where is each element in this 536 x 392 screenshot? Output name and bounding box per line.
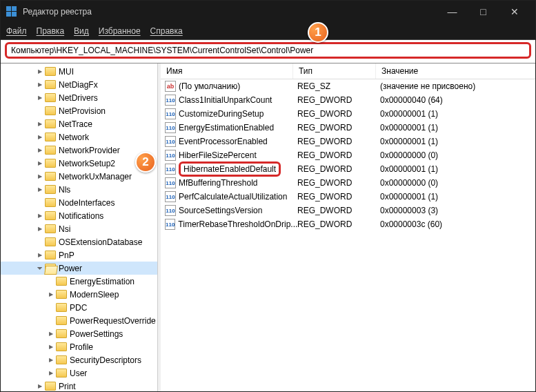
expander-icon[interactable]: ▶ [35, 252, 45, 258]
expander-icon[interactable]: ▶ [35, 147, 45, 153]
expander-icon[interactable]: ▶ [35, 81, 45, 88]
value-name: PerfCalculateActualUtilization [179, 192, 287, 202]
tree-item-nodeinterfaces[interactable]: NodeInterfaces [1, 196, 157, 209]
column-name[interactable]: Имя [161, 63, 293, 79]
tree-item-netprovision[interactable]: NetProvision [1, 104, 157, 117]
folder-icon [56, 329, 67, 338]
tree-item-powerrequestoverride[interactable]: PowerRequestOverride [1, 314, 157, 327]
value-row[interactable]: ab(По умолчанию)REG_SZ(значение не присв… [161, 79, 535, 93]
menu-view[interactable]: Вид [74, 26, 89, 36]
value-data: 0x00000001 (1) [380, 137, 535, 146]
binary-icon: 110 [165, 136, 176, 147]
tree-item-osextensiondatabase[interactable]: OSExtensionDatabase [1, 235, 157, 248]
tree-item-netdrivers[interactable]: ▶NetDrivers [1, 91, 157, 104]
expander-icon[interactable]: ▶ [35, 160, 45, 166]
expander-icon[interactable]: ▶ [46, 291, 56, 297]
maximize-button[interactable]: □ [468, 1, 499, 23]
expander-icon[interactable]: ▶ [35, 383, 45, 389]
value-data: 0x00000000 (0) [380, 178, 535, 188]
menu-file[interactable]: Файл [6, 26, 27, 36]
value-row[interactable]: 110EnergyEstimationEnabledREG_DWORD0x000… [161, 121, 535, 135]
tree-item-netdiagfx[interactable]: ▶NetDiagFx [1, 78, 157, 91]
folder-icon [45, 264, 56, 273]
list-header: Имя Тип Значение [161, 63, 535, 79]
value-type: REG_DWORD [297, 123, 380, 133]
value-name: TimerRebaseThresholdOnDrip... [178, 219, 297, 229]
expander-icon[interactable]: ▶ [35, 213, 45, 219]
expander-icon[interactable]: ▶ [35, 226, 45, 232]
value-data: 0x00000001 (1) [380, 192, 535, 202]
tree-item-user[interactable]: ▶User [1, 366, 157, 380]
tree-item-mui[interactable]: ▶MUI [1, 65, 157, 78]
titlebar[interactable]: Редактор реестра — □ ✕ [1, 1, 535, 23]
value-row[interactable]: 110EventProcessorEnabledREG_DWORD0x00000… [161, 135, 535, 148]
address-bar[interactable] [5, 42, 531, 59]
value-type: REG_DWORD [297, 137, 380, 146]
tree-label: ModernSleep [70, 290, 119, 300]
expander-icon[interactable]: ▶ [35, 121, 45, 127]
value-name: MfBufferingThreshold [179, 178, 258, 188]
menu-favorites[interactable]: Избранное [99, 26, 141, 36]
folder-icon [45, 172, 56, 181]
value-name: SourceSettingsVersion [179, 206, 262, 215]
folder-icon [56, 277, 67, 286]
value-row[interactable]: 110Class1InitialUnparkCountREG_DWORD0x00… [161, 93, 535, 107]
expander-icon[interactable]: ▶ [46, 370, 56, 376]
value-row[interactable]: 110MfBufferingThresholdREG_DWORD0x000000… [161, 176, 535, 190]
folder-icon [56, 355, 67, 364]
window-title: Редактор реестра [23, 7, 431, 17]
expander-icon[interactable]: ▶ [46, 331, 56, 337]
tree-item-nsi[interactable]: ▶Nsi [1, 222, 157, 235]
tree-item-nls[interactable]: ▶Nls [1, 183, 157, 196]
expander-icon[interactable]: ⏷ [35, 264, 45, 272]
tree-item-securitydescriptors[interactable]: ▶SecurityDescriptors [1, 353, 157, 366]
value-row[interactable]: 110HibernateEnabledDefaultREG_DWORD0x000… [161, 162, 535, 176]
column-type[interactable]: Тип [293, 63, 376, 79]
tree-item-modernsleep[interactable]: ▶ModernSleep [1, 288, 157, 301]
menu-help[interactable]: Справка [150, 26, 183, 36]
value-row[interactable]: 110PerfCalculateActualUtilizationREG_DWO… [161, 190, 535, 204]
value-row[interactable]: 110CustomizeDuringSetupREG_DWORD0x000000… [161, 107, 535, 121]
tree-label: NetTrace [59, 119, 92, 129]
value-data: 0x00000001 (1) [380, 164, 535, 174]
tree-item-profile[interactable]: ▶Profile [1, 340, 157, 353]
folder-icon [45, 237, 56, 246]
value-type: REG_DWORD [297, 206, 380, 215]
tree-label: PnP [59, 251, 75, 260]
tree-item-networkuxmanager[interactable]: ▶NetworkUxManager [1, 170, 157, 183]
tree-label: EnergyEstimation [70, 277, 135, 286]
expander-icon[interactable]: ▶ [35, 173, 45, 179]
tree-item-networksetup2[interactable]: ▶NetworkSetup2 [1, 157, 157, 170]
registry-tree[interactable]: ▶MUI▶NetDiagFx▶NetDriversNetProvision▶Ne… [1, 63, 158, 391]
tree-item-networkprovider[interactable]: ▶NetworkProvider [1, 144, 157, 157]
value-row[interactable]: 110SourceSettingsVersionREG_DWORD0x00000… [161, 204, 535, 217]
tree-item-nettrace[interactable]: ▶NetTrace [1, 117, 157, 130]
value-data: 0x0000003c (60) [380, 219, 535, 229]
column-value[interactable]: Значение [376, 63, 535, 79]
tree-item-energyestimation[interactable]: EnergyEstimation [1, 275, 157, 288]
list-body: ab(По умолчанию)REG_SZ(значение не присв… [161, 79, 535, 231]
window-controls: — □ ✕ [437, 1, 530, 23]
tree-label: NetworkProvider [59, 146, 120, 155]
value-row[interactable]: 110TimerRebaseThresholdOnDrip...REG_DWOR… [161, 217, 535, 231]
tree-item-pnp[interactable]: ▶PnP [1, 248, 157, 262]
expander-icon[interactable]: ▶ [46, 344, 56, 350]
tree-item-power[interactable]: ⏷Power [1, 262, 157, 275]
tree-item-print[interactable]: ▶Print [1, 380, 157, 391]
tree-item-powersettings[interactable]: ▶PowerSettings [1, 327, 157, 340]
expander-icon[interactable]: ▶ [35, 134, 45, 140]
menu-edit[interactable]: Правка [37, 26, 65, 36]
minimize-button[interactable]: — [437, 1, 468, 23]
tree-label: MUI [59, 67, 74, 77]
value-data: 0x00000001 (1) [380, 123, 535, 133]
expander-icon[interactable]: ▶ [46, 357, 56, 363]
expander-icon[interactable]: ▶ [35, 95, 45, 101]
value-row[interactable]: 110HiberFileSizePercentREG_DWORD0x000000… [161, 148, 535, 162]
tree-item-pdc[interactable]: PDC [1, 301, 157, 314]
tree-item-network[interactable]: ▶Network [1, 130, 157, 144]
close-button[interactable]: ✕ [499, 1, 530, 23]
tree-item-notifications[interactable]: ▶Notifications [1, 209, 157, 222]
expander-icon[interactable]: ▶ [35, 68, 45, 75]
expander-icon[interactable]: ▶ [35, 186, 45, 193]
folder-icon [56, 303, 67, 312]
